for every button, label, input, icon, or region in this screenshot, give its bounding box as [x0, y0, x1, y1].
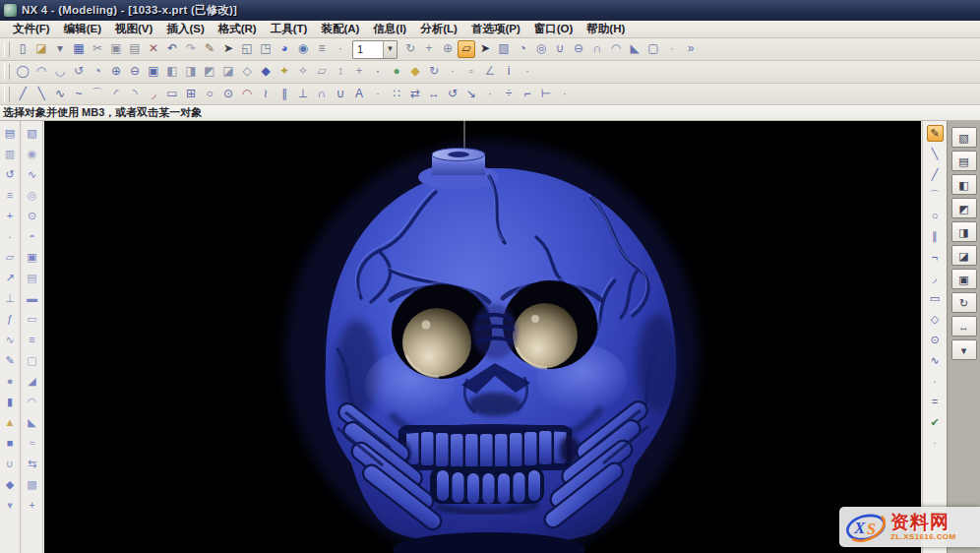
quick-trim-icon[interactable]: ¬	[927, 249, 944, 266]
overflow-dot-icon[interactable]: ·	[444, 63, 461, 81]
menu-edit[interactable]: 编辑(E)	[57, 21, 108, 37]
zoom-out-icon[interactable]: ⊖	[126, 63, 144, 81]
paste-icon[interactable]: ▤	[126, 40, 144, 58]
extend-curve-icon[interactable]: ⊢	[537, 86, 555, 103]
pad-icon[interactable]: ▤	[24, 270, 40, 286]
menu-information[interactable]: 信息(I)	[366, 21, 413, 37]
menu-preferences[interactable]: 首选项(P)	[464, 21, 527, 37]
extrude-body-icon[interactable]: ▧	[24, 125, 40, 142]
sketch-line-icon[interactable]: ╱	[927, 166, 944, 183]
cone-icon[interactable]: ▲	[2, 414, 19, 431]
snap-arrow-icon[interactable]: ➤	[476, 40, 494, 58]
more-tools-icon[interactable]: ▾	[2, 497, 19, 514]
top-view-icon[interactable]: ◨	[182, 63, 200, 81]
regen-icon[interactable]: ↻	[425, 63, 443, 81]
fit-view-icon[interactable]: ▣	[145, 63, 162, 81]
text-curve-icon[interactable]: A	[350, 86, 368, 103]
revolve-body-icon[interactable]: ◉	[24, 146, 40, 162]
datum-plane-icon[interactable]: ▱	[313, 63, 331, 81]
overflow-dot-icon[interactable]: ·	[556, 86, 574, 103]
tube-icon[interactable]: ◎	[24, 187, 40, 204]
rotate-icon[interactable]: ↺	[444, 86, 461, 103]
cylinder-icon[interactable]: ▮	[2, 394, 19, 410]
sketch-rectangle-icon[interactable]: ▭	[927, 290, 944, 307]
menu-analysis[interactable]: 分析(L)	[413, 21, 464, 37]
menu-assemblies[interactable]: 装配(A)	[314, 21, 366, 37]
block-icon[interactable]: ■	[2, 435, 19, 452]
patch-icon[interactable]: ▩	[24, 476, 40, 493]
front-view-button[interactable]: ◩	[951, 198, 977, 218]
arc-nw-icon[interactable]: ◝	[126, 86, 144, 103]
measure-angle-icon[interactable]: ∠	[481, 63, 499, 81]
finish-sketch-icon[interactable]: ✔	[927, 414, 944, 431]
arc-up-icon[interactable]: ◠	[32, 63, 50, 81]
sketch-circle-icon[interactable]: ○	[927, 208, 944, 224]
redo-icon[interactable]: ↷	[182, 40, 200, 58]
sphere-icon[interactable]: ●	[2, 373, 19, 390]
ok-status-icon[interactable]: ●	[388, 63, 405, 81]
offset-curve-icon[interactable]: ∥	[276, 86, 293, 103]
overflow-dot-icon[interactable]: ·	[332, 40, 349, 58]
spin-icon[interactable]: ◔	[89, 63, 106, 81]
right-view-button[interactable]: ◨	[951, 221, 977, 242]
ellipse-icon[interactable]: ⊙	[219, 86, 237, 103]
chevron-down-icon[interactable]: ▼	[383, 41, 397, 58]
scale-icon[interactable]: ↘	[462, 86, 480, 103]
vector-icon[interactable]: ↗	[2, 270, 19, 286]
isometric-view-button[interactable]: ◪	[951, 245, 977, 266]
copy-icon[interactable]: ▣	[107, 40, 125, 58]
sketch-polygon-icon[interactable]: ◇	[927, 311, 944, 328]
datum-axis-icon[interactable]: ↕	[332, 63, 349, 81]
revolve-icon[interactable]: ◔	[514, 40, 531, 58]
slot-icon[interactable]: ▬	[24, 290, 40, 307]
zoom-view-icon[interactable]: ⊕	[439, 40, 457, 58]
studio-spline-icon[interactable]: ∿	[927, 352, 944, 369]
information-icon[interactable]: i	[500, 63, 518, 81]
star-snap-icon[interactable]: ✦	[276, 63, 293, 81]
wireframe-cube-button[interactable]: ▤	[951, 151, 977, 171]
refresh-view-icon[interactable]: ◯	[14, 63, 31, 81]
wireframe-icon[interactable]: ◇	[238, 63, 256, 81]
sketch-fillet-icon[interactable]: ◞	[927, 270, 944, 286]
menu-view[interactable]: 视图(V)	[108, 21, 159, 37]
delete-icon[interactable]: ✕	[145, 40, 162, 58]
conic-icon[interactable]: ◠	[238, 86, 256, 103]
mirror-icon[interactable]: ⇄	[406, 86, 424, 103]
subtract-icon[interactable]: ⊖	[570, 40, 587, 58]
iso-view-icon[interactable]: ◩	[201, 63, 218, 81]
sketch-arc-icon[interactable]: ⌒	[927, 187, 944, 204]
arc-down-icon[interactable]: ◡	[51, 63, 69, 81]
overflow-dot-icon[interactable]: ·	[369, 86, 387, 103]
menu-insert[interactable]: 插入(S)	[159, 21, 211, 37]
chamfer-icon[interactable]: ◣	[626, 40, 643, 58]
undo-icon[interactable]: ↶	[163, 40, 181, 58]
circle-icon[interactable]: ○	[201, 86, 218, 103]
layer-settings-icon[interactable]: ≡	[313, 40, 331, 58]
save-icon[interactable]: ▦	[70, 40, 88, 58]
open-recent-icon[interactable]: ▾	[51, 40, 69, 58]
shell-feature-icon[interactable]: ▢	[24, 352, 40, 369]
rotate-view-icon[interactable]: ↻	[401, 40, 419, 58]
shaded-cube-button[interactable]: ▧	[951, 127, 977, 148]
wcs-icon[interactable]: +	[2, 208, 19, 224]
flag-icon[interactable]: ◆	[2, 476, 19, 493]
taper-icon[interactable]: ◢	[24, 373, 40, 390]
history-icon[interactable]: ↺	[2, 166, 19, 183]
edge-blend-icon[interactable]: ◠	[607, 40, 625, 58]
line-icon[interactable]: ╱	[14, 86, 31, 103]
project-curve-icon[interactable]: ⊥	[294, 86, 312, 103]
shell-icon[interactable]: ▢	[644, 40, 662, 58]
wcs-display-icon[interactable]: ◉	[294, 40, 312, 58]
snap-point-icon[interactable]: ✧	[294, 63, 312, 81]
sew-icon[interactable]: +	[24, 497, 40, 514]
highlight-tool-icon[interactable]: ◆	[406, 63, 424, 81]
datum-csys-icon[interactable]: +	[350, 63, 368, 81]
sketch-icon[interactable]: ✎	[2, 352, 19, 369]
toolbar-more-icon[interactable]: »	[682, 40, 700, 58]
shaded-icon[interactable]: ◆	[257, 63, 275, 81]
rectangle-icon[interactable]: ▭	[163, 86, 181, 103]
viewport-canvas[interactable]	[44, 121, 921, 553]
overflow-dot-icon[interactable]: ·	[663, 40, 681, 58]
window-tile-icon[interactable]: ◳	[257, 40, 275, 58]
point-icon[interactable]: ∙	[369, 63, 387, 81]
